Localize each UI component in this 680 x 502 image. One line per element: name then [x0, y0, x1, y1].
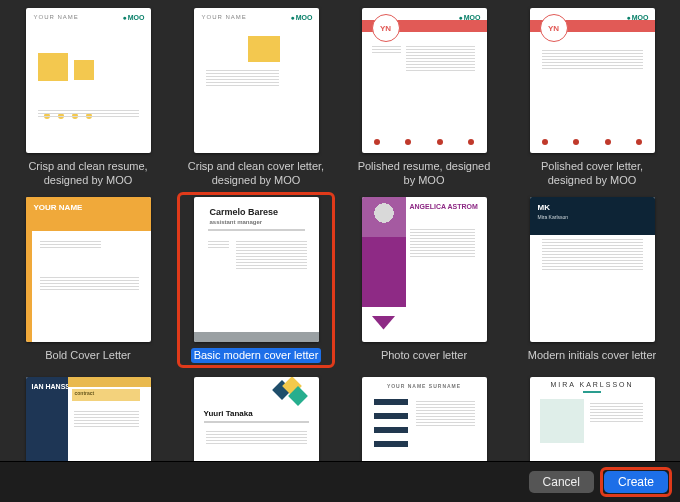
template-thumb: Carmelo Barese assistant manager: [194, 197, 319, 342]
template-thumb: YOUR NAME MOO: [194, 8, 319, 153]
thumb-role: assistant manager: [210, 219, 263, 225]
thumb-photo: [540, 399, 584, 443]
template-thumb: MIRA KARLSSON: [530, 377, 655, 462]
template-item[interactable]: YOUR NAME Bold Cover Letter: [14, 197, 162, 364]
template-label: Crisp and clean cover letter, designed b…: [182, 159, 330, 189]
template-item[interactable]: Yuuri Tanaka: [182, 371, 330, 462]
template-grid: YOUR NAME MOO Crisp and clean resume, de…: [0, 0, 680, 462]
thumb-decor: [269, 379, 309, 407]
moo-logo: MOO: [459, 14, 481, 21]
template-thumb: IAN HANSSON contract: [26, 377, 151, 462]
thumb-name: YOUR NAME SURNAME: [372, 383, 477, 389]
thumb-block: [248, 36, 280, 62]
template-thumb: YOUR NAME MOO: [26, 8, 151, 153]
moo-logo: MOO: [291, 14, 313, 21]
template-thumb: YOUR NAME SURNAME: [362, 377, 487, 462]
thumb-initials: YN: [372, 14, 400, 42]
thumb-accent: [583, 391, 601, 393]
template-label: Polished cover letter, designed by MOO: [518, 159, 666, 189]
template-thumb: MKMira Karlsson: [530, 197, 655, 342]
template-item[interactable]: MKMira Karlsson Modern initials cover le…: [518, 197, 666, 364]
create-button[interactable]: Create: [604, 471, 668, 493]
thumb-initials: YN: [540, 14, 568, 42]
template-label: Modern initials cover letter: [525, 348, 659, 364]
thumb-dots: [542, 139, 643, 145]
thumb-name: MIRA KARLSSON: [530, 381, 655, 388]
template-label: Photo cover letter: [378, 348, 470, 364]
template-item[interactable]: YOUR NAME SURNAME: [350, 371, 498, 462]
template-label: Basic modern cover letter: [191, 348, 322, 364]
thumb-initials: MK: [538, 203, 550, 212]
thumb-hdr: YOUR NAME: [34, 14, 79, 20]
thumb-titlebar: MKMira Karlsson: [530, 197, 655, 235]
thumb-chevron: [372, 316, 396, 330]
thumb-dots: [374, 139, 475, 145]
template-thumb: Yuuri Tanaka: [194, 377, 319, 462]
thumb-titlebar: YOUR NAME: [26, 197, 151, 231]
thumb-stripe: [362, 237, 406, 307]
template-thumb: YN MOO: [530, 8, 655, 153]
template-item[interactable]: ANGELICA ASTROM Photo cover letter: [350, 197, 498, 364]
thumb-name: Mira Karlsson: [538, 214, 647, 220]
template-thumb: YN MOO: [362, 8, 487, 153]
template-item[interactable]: YN MOO Polished resume, designed by MOO: [350, 8, 498, 189]
dialog-footer: Cancel Create: [0, 461, 680, 502]
thumb-name: Yuuri Tanaka: [204, 409, 253, 418]
template-item[interactable]: IAN HANSSON contract: [14, 371, 162, 462]
thumb-name: Carmelo Barese: [210, 207, 279, 217]
thumb-stripe: [68, 377, 151, 387]
thumb-name: ANGELICA ASTROM: [410, 203, 478, 210]
thumb-block: [74, 60, 94, 80]
thumb-photo: [362, 197, 406, 237]
template-item[interactable]: YOUR NAME MOO Crisp and clean resume, de…: [14, 8, 162, 189]
moo-logo: MOO: [627, 14, 649, 21]
moo-logo: MOO: [123, 14, 145, 21]
template-thumb: YOUR NAME: [26, 197, 151, 342]
template-label: Crisp and clean resume, designed by MOO: [14, 159, 162, 189]
template-thumb: ANGELICA ASTROM: [362, 197, 487, 342]
template-label: Polished resume, designed by MOO: [350, 159, 498, 189]
thumb-block: [38, 53, 68, 81]
thumb-tag: contract: [72, 389, 140, 401]
template-item[interactable]: MIRA KARLSSON: [518, 371, 666, 462]
template-item[interactable]: YN MOO Polished cover letter, designed b…: [518, 8, 666, 189]
template-item-selected[interactable]: Carmelo Barese assistant manager Basic m…: [182, 197, 330, 364]
thumb-hdr: YOUR NAME: [202, 14, 247, 20]
cancel-button[interactable]: Cancel: [529, 471, 594, 493]
template-item[interactable]: YOUR NAME MOO Crisp and clean cover lett…: [182, 8, 330, 189]
template-label: Bold Cover Letter: [42, 348, 134, 364]
